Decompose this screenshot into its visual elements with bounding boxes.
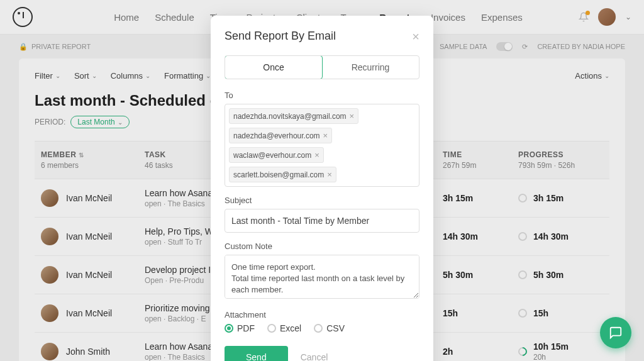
- frequency-tabs: Once Recurring: [225, 55, 419, 79]
- note-textarea[interactable]: [225, 255, 419, 299]
- send-report-modal: Send Report By Email × Once Recurring To…: [211, 16, 433, 361]
- tab-recurring[interactable]: Recurring: [322, 56, 419, 79]
- recipient-chip[interactable]: nadezhda.novitskaya@gmail.com×: [229, 108, 358, 124]
- remove-chip-icon[interactable]: ×: [323, 131, 328, 140]
- close-icon[interactable]: ×: [412, 30, 419, 43]
- attachment-radio-pdf[interactable]: PDF: [225, 323, 255, 333]
- recipient-chip[interactable]: scarlett.boisen@gmail.com×: [229, 167, 336, 182]
- subject-label: Subject: [225, 196, 419, 205]
- subject-input[interactable]: [225, 209, 419, 233]
- send-button[interactable]: Send: [225, 346, 288, 361]
- radio-icon: [225, 324, 233, 333]
- to-label: To: [225, 91, 419, 100]
- note-label: Custom Note: [225, 242, 419, 251]
- attachment-radio-excel[interactable]: Excel: [267, 323, 301, 333]
- modal-title: Send Report By Email: [225, 30, 336, 43]
- remove-chip-icon[interactable]: ×: [327, 170, 332, 179]
- remove-chip-icon[interactable]: ×: [350, 111, 355, 121]
- radio-icon: [314, 324, 323, 333]
- attachment-radios: PDFExcelCSV: [225, 323, 419, 333]
- cancel-button[interactable]: Cancel: [301, 352, 328, 361]
- recipient-chip[interactable]: waclaw@everhour.com×: [229, 147, 324, 163]
- recipient-chip[interactable]: nadezhda@everhour.com×: [229, 128, 332, 143]
- remove-chip-icon[interactable]: ×: [314, 150, 319, 160]
- attachment-label: Attachment: [225, 310, 419, 319]
- tab-once[interactable]: Once: [225, 55, 323, 79]
- radio-icon: [267, 324, 276, 333]
- help-fab[interactable]: [600, 317, 631, 348]
- attachment-radio-csv[interactable]: CSV: [314, 323, 345, 333]
- recipients-input[interactable]: nadezhda.novitskaya@gmail.com×nadezhda@e…: [225, 104, 419, 187]
